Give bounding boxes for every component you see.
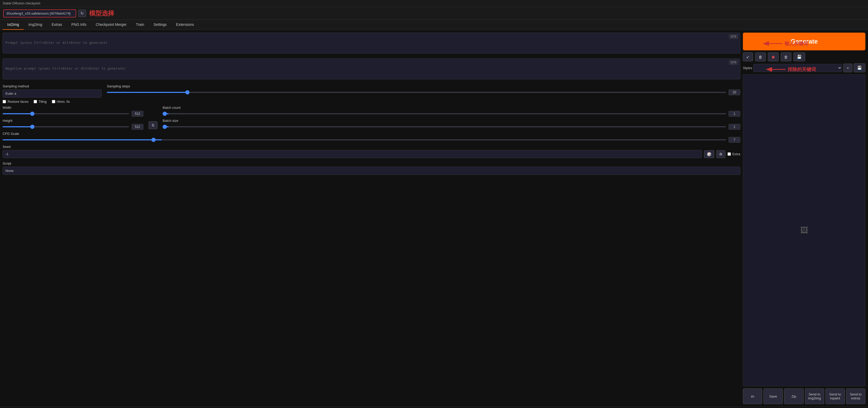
send-to-inpaint-button[interactable]: Send to inpaint	[826, 388, 845, 404]
footer-links: API • Github • Gradio • Reload UI	[0, 407, 868, 408]
width-slider[interactable]	[3, 113, 129, 114]
open-folder-button[interactable]: 🗁	[743, 388, 762, 404]
cfg-scale-group: CFG Scale 7	[3, 132, 740, 143]
cfg-scale-slider[interactable]	[3, 139, 726, 140]
bottom-actions: 🗁 Save Zip Send to img2img Send to inpai…	[743, 388, 865, 404]
batch-size-group: Batch size 1	[163, 119, 740, 130]
tiling-input[interactable]	[34, 100, 37, 103]
width-value: 512	[132, 111, 143, 117]
sampling-steps-slider[interactable]	[107, 92, 726, 93]
batch-count-value: 1	[728, 111, 740, 117]
model-label: 模型选择	[89, 9, 114, 18]
cfg-scale-value: 7	[728, 137, 740, 143]
script-section: Script None	[3, 162, 740, 175]
styles-apply-button[interactable]: 💾	[854, 63, 865, 72]
hires-fix-label: Hires. fix	[57, 100, 70, 104]
main-content: 0/75 输入关键词 0/75 排除的关键词	[0, 30, 868, 407]
model-select-row: 3Guofeng3_v33.safetensors [4078eb4174] ↻…	[0, 7, 868, 20]
seed-label: Seed	[3, 145, 740, 149]
tab-txt2img[interactable]: txt2img	[3, 20, 24, 30]
top-bar: Stable Diffusion checkpoint	[0, 0, 868, 7]
sampling-method-select[interactable]: Euler a	[3, 89, 102, 97]
delete-button[interactable]: 🗑	[781, 53, 792, 61]
seed-extra-label: Extra	[733, 152, 740, 156]
batch-size-slider-row: 1	[163, 124, 740, 130]
prompt-input[interactable]	[3, 33, 740, 54]
tab-extras[interactable]: Extras	[47, 20, 67, 30]
right-panel: Generate ↙ 🗑 ⏹ 🗑 💾 Styles × 💾 🖼 🗁 Save Z	[743, 33, 865, 404]
seed-extra-checkbox[interactable]: Extra	[727, 152, 740, 156]
model-select[interactable]: 3Guofeng3_v33.safetensors [4078eb4174]	[3, 9, 76, 18]
seed-dice-button[interactable]: 🎲	[704, 150, 714, 158]
tab-png-info[interactable]: PNG Info	[67, 20, 91, 30]
script-select[interactable]: None	[3, 167, 740, 175]
tab-settings[interactable]: Settings	[149, 20, 172, 30]
negative-prompt-input[interactable]	[3, 58, 740, 79]
left-panel: 0/75 输入关键词 0/75 排除的关键词	[3, 33, 740, 404]
restore-faces-input[interactable]	[3, 100, 6, 103]
styles-row: Styles × 💾	[743, 63, 865, 72]
swap-button-wrapper: ⇅	[149, 106, 157, 130]
batch-count-group: Batch count 1	[163, 106, 740, 117]
save-style-button[interactable]: 💾	[794, 53, 805, 61]
batch-count-slider[interactable]	[163, 113, 726, 114]
width-group: Width 512	[3, 106, 143, 117]
tab-checkpoint-merger[interactable]: Checkpoint Merger	[91, 20, 131, 30]
stop-button[interactable]: ⏹	[768, 53, 779, 61]
sampling-row: Sampling method Euler a Sampling steps 2…	[3, 84, 740, 97]
trash-button[interactable]: 🗑	[755, 53, 766, 61]
checkboxes-row: Restore faces Tiling Hires. fix	[3, 100, 740, 104]
tabs-bar: txt2img img2img Extras PNG Info Checkpoi…	[0, 20, 868, 30]
seed-group: Seed 🎲 ♻ Extra	[3, 145, 740, 158]
sampling-steps-label: Sampling steps	[107, 84, 740, 88]
model-refresh-button[interactable]: ↻	[78, 10, 86, 17]
height-slider-row: 512	[3, 124, 143, 130]
action-icons-row: ↙ 🗑 ⏹ 🗑 💾	[743, 53, 865, 61]
batch-size-slider[interactable]	[163, 126, 726, 127]
prompt-counter: 0/75	[729, 34, 738, 39]
height-slider[interactable]	[3, 126, 129, 127]
styles-select[interactable]	[753, 64, 842, 72]
height-group: Height 512	[3, 119, 143, 130]
tab-img2img[interactable]: img2img	[24, 20, 47, 30]
swap-dimensions-button[interactable]: ⇅	[149, 121, 157, 129]
save-button[interactable]: Save	[764, 388, 783, 404]
styles-label: Styles	[743, 66, 752, 70]
send-to-extras-button[interactable]: Send to extras	[846, 388, 865, 404]
generate-button[interactable]: Generate	[743, 33, 865, 50]
width-slider-row: 512	[3, 111, 143, 117]
negative-prompt-wrapper: 0/75 排除的关键词	[3, 58, 740, 80]
image-preview: 🖼	[743, 74, 865, 386]
batch-size-label: Batch size	[163, 119, 740, 123]
hires-fix-input[interactable]	[52, 100, 55, 103]
height-label: Height	[3, 119, 143, 123]
seed-extra-input[interactable]	[727, 152, 731, 156]
sampling-steps-slider-row: 20	[107, 89, 740, 95]
seed-input[interactable]	[3, 150, 702, 158]
restore-faces-label: Restore faces	[7, 100, 28, 104]
seed-recycle-button[interactable]: ♻	[716, 150, 725, 158]
sampling-method-section: Sampling method Euler a	[3, 84, 102, 97]
dimensions-batch-row: Width 512 Height 512 ⇅	[3, 106, 740, 130]
batch-size-value: 1	[728, 124, 740, 130]
height-value: 512	[132, 124, 143, 130]
styles-close-button[interactable]: ×	[843, 64, 852, 72]
model-select-wrapper: 3Guofeng3_v33.safetensors [4078eb4174] ↻	[3, 9, 86, 18]
seed-row: 🎲 ♻ Extra	[3, 150, 740, 158]
send-to-button[interactable]: ↙	[743, 53, 753, 61]
zip-button[interactable]: Zip	[784, 388, 803, 404]
negative-prompt-counter: 0/75	[729, 60, 738, 65]
sampling-steps-value: 20	[728, 89, 740, 95]
hires-fix-checkbox[interactable]: Hires. fix	[52, 100, 70, 104]
tiling-label: Tiling	[38, 100, 46, 104]
restore-faces-checkbox[interactable]: Restore faces	[3, 100, 28, 104]
tiling-checkbox[interactable]: Tiling	[34, 100, 46, 104]
batch-count-slider-row: 1	[163, 111, 740, 117]
send-to-img2img-button[interactable]: Send to img2img	[805, 388, 824, 404]
script-label: Script	[3, 162, 740, 165]
tab-train[interactable]: Train	[131, 20, 149, 30]
batch-count-label: Batch count	[163, 106, 740, 110]
image-placeholder-icon: 🖼	[800, 226, 808, 235]
tab-extensions[interactable]: Extensions	[172, 20, 198, 30]
sampling-steps-section: Sampling steps 20	[107, 84, 740, 95]
